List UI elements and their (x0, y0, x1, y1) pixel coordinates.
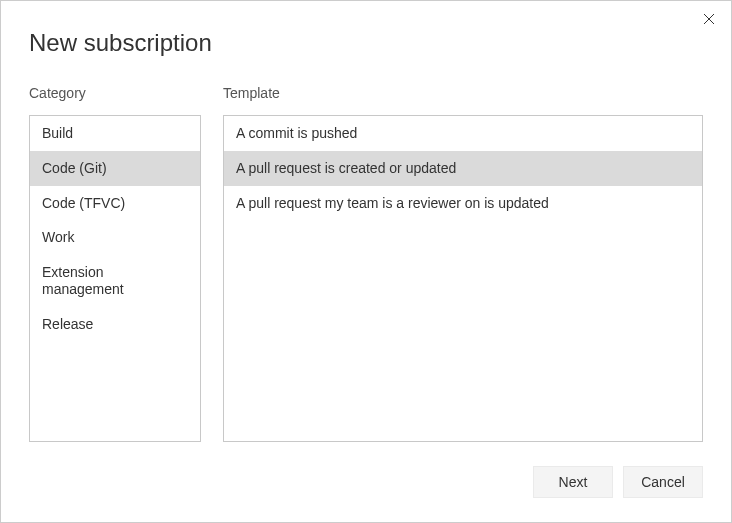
template-column: Template A commit is pushedA pull reques… (223, 85, 703, 442)
template-label: Template (223, 85, 703, 101)
category-label: Category (29, 85, 201, 101)
close-button[interactable] (701, 11, 717, 27)
category-item[interactable]: Extension management (30, 255, 200, 307)
close-icon (703, 13, 715, 25)
template-item[interactable]: A commit is pushed (224, 116, 702, 151)
category-item[interactable]: Work (30, 220, 200, 255)
template-listbox[interactable]: A commit is pushedA pull request is crea… (223, 115, 703, 442)
content-area: Category BuildCode (Git)Code (TFVC)WorkE… (1, 57, 731, 442)
category-item[interactable]: Build (30, 116, 200, 151)
next-button[interactable]: Next (533, 466, 613, 498)
cancel-button[interactable]: Cancel (623, 466, 703, 498)
category-item[interactable]: Release (30, 307, 200, 342)
category-listbox[interactable]: BuildCode (Git)Code (TFVC)WorkExtension … (29, 115, 201, 442)
template-item[interactable]: A pull request is created or updated (224, 151, 702, 186)
category-item[interactable]: Code (TFVC) (30, 186, 200, 221)
category-column: Category BuildCode (Git)Code (TFVC)WorkE… (29, 85, 201, 442)
template-item[interactable]: A pull request my team is a reviewer on … (224, 186, 702, 221)
category-item[interactable]: Code (Git) (30, 151, 200, 186)
dialog-title: New subscription (1, 1, 731, 57)
footer: Next Cancel (1, 442, 731, 522)
